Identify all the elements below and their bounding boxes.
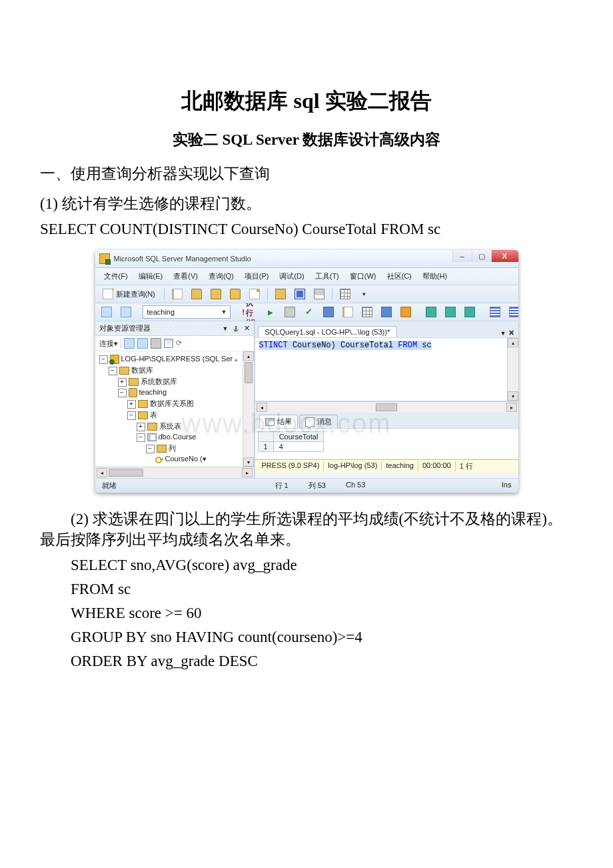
- db-icon: [191, 289, 202, 299]
- tree-tables[interactable]: 表: [150, 411, 157, 419]
- close-button[interactable]: X: [491, 250, 518, 262]
- database-combo[interactable]: teaching ▼: [143, 305, 231, 319]
- editor-hscroll-left[interactable]: ◂: [257, 403, 267, 412]
- tb-btn-indent2[interactable]: [506, 305, 518, 319]
- tb-open-button[interactable]: [272, 287, 289, 301]
- tabrow-close-icon[interactable]: ✕: [508, 329, 514, 337]
- editor-scroll-down[interactable]: ▾: [508, 391, 518, 401]
- app-icon: [99, 253, 110, 264]
- question-2-sql-line2: FROM sc: [40, 581, 573, 598]
- tb-print-button[interactable]: [310, 287, 328, 301]
- tb-btn-a[interactable]: [320, 305, 337, 319]
- execute-button[interactable]: 执行(X): [239, 305, 260, 319]
- window-title: Microsoft SQL Server Management Studio: [114, 255, 251, 263]
- conn-icon-2[interactable]: [137, 338, 148, 349]
- tree-scroll-thumb[interactable]: [245, 362, 253, 383]
- tb-overflow[interactable]: ▾: [356, 287, 373, 301]
- panel-close-icon[interactable]: ✕: [244, 324, 250, 333]
- tree-horizontal-scrollbar[interactable]: ◂ ▸: [95, 467, 254, 478]
- tb-db1-button[interactable]: [188, 287, 205, 301]
- folder-icon: [275, 289, 286, 299]
- tb-db3-button[interactable]: [227, 287, 244, 301]
- chevron-down-icon: ▼: [221, 309, 227, 315]
- tree-databases[interactable]: 数据库: [131, 366, 153, 374]
- new-query-button[interactable]: 新建查询(N): [98, 287, 160, 301]
- stop-button[interactable]: [281, 305, 299, 319]
- editor-hscroll-right[interactable]: ▸: [506, 403, 517, 412]
- page-icon: [342, 307, 353, 317]
- grid-icon: [362, 307, 372, 317]
- conn-icon-3[interactable]: [151, 338, 161, 349]
- object-explorer-tree[interactable]: −LOG-HP\SQLEXPRESS (SQL Ser ▴ −数据库 +系统数据…: [95, 351, 254, 467]
- tb-save-button[interactable]: [291, 287, 308, 301]
- editor-hscroll-thumb[interactable]: [376, 403, 397, 411]
- menu-edit[interactable]: 编辑(E): [134, 270, 168, 283]
- tree-courseno[interactable]: CourseNo (▾: [165, 455, 207, 463]
- editor-horizontal-scrollbar[interactable]: ◂ ▸: [255, 401, 518, 413]
- results-grid[interactable]: CourseTotal 1 4: [255, 429, 518, 459]
- tb-btn-indent1[interactable]: [486, 305, 504, 319]
- tb-btn-f[interactable]: [422, 305, 440, 319]
- menu-file[interactable]: 文件(F): [99, 270, 133, 283]
- tree-server[interactable]: LOG-HP\SQLEXPRESS (SQL Ser: [121, 355, 233, 363]
- window-titlebar[interactable]: Microsoft SQL Server Management Studio –…: [95, 250, 518, 268]
- tb-db2-button[interactable]: [207, 287, 225, 301]
- parse-button[interactable]: ✓: [301, 305, 318, 319]
- tree-hscroll-thumb[interactable]: [109, 469, 143, 477]
- tree-columns[interactable]: 列: [169, 444, 176, 452]
- menu-community[interactable]: 社区(C): [382, 270, 416, 283]
- tree-sys-tables[interactable]: 系统表: [159, 422, 181, 430]
- editor-panel: SQLQuery1.sql - LOG-HP\...\log (53))* ▼ …: [255, 321, 518, 478]
- tree-scroll-down[interactable]: ▾: [243, 457, 254, 467]
- doc2-icon: [249, 289, 260, 299]
- tb-btn-d[interactable]: [378, 305, 395, 319]
- conn-icon-1[interactable]: [124, 338, 135, 349]
- menu-project[interactable]: 项目(P): [240, 270, 274, 283]
- tabrow-dropdown-icon[interactable]: ▼: [500, 330, 506, 337]
- editor-scroll-up[interactable]: ▴: [508, 338, 518, 347]
- tree-dbo-course[interactable]: dbo.Course: [159, 433, 197, 441]
- refresh-icon[interactable]: ⟳: [176, 339, 185, 348]
- tb-grid-button[interactable]: [336, 287, 354, 301]
- tab-results[interactable]: 结果: [259, 415, 298, 428]
- menu-window[interactable]: 窗口(W): [345, 270, 381, 283]
- menu-tools[interactable]: 工具(T): [310, 270, 344, 283]
- tree-hscroll-right[interactable]: ▸: [242, 468, 253, 477]
- connect-dropdown[interactable]: 连接▾: [99, 339, 118, 349]
- results-cell-value[interactable]: 4: [273, 442, 324, 452]
- tree-sys-db[interactable]: 系统数据库: [141, 377, 177, 385]
- results-col-header[interactable]: CourseTotal: [273, 432, 324, 442]
- doc-subtitle: 实验二 SQL Server 数据库设计高级内容: [40, 129, 573, 150]
- results-row-header[interactable]: 1: [258, 442, 273, 452]
- menu-view[interactable]: 查看(V): [169, 270, 203, 283]
- minimize-button[interactable]: –: [452, 250, 472, 262]
- tree-db-diagram[interactable]: 数据库关系图: [150, 399, 194, 407]
- tb-btn-h[interactable]: [461, 305, 478, 319]
- maximize-button[interactable]: ▢: [472, 250, 491, 262]
- new-query-icon: [103, 289, 113, 299]
- tree-hscroll-left[interactable]: ◂: [97, 468, 107, 477]
- menu-query[interactable]: 查询(Q): [204, 270, 239, 283]
- tb-btn-g[interactable]: [442, 305, 459, 319]
- tb-doc2-button[interactable]: [246, 287, 263, 301]
- tree-scroll-up[interactable]: ▴: [243, 351, 254, 361]
- editor-vertical-scrollbar[interactable]: ▴ ▾: [507, 338, 518, 401]
- debug-play-button[interactable]: ▶: [262, 305, 279, 319]
- tb-btn-e[interactable]: [397, 305, 414, 319]
- tab-messages-label: 消息: [317, 417, 332, 427]
- tb-change-connect-button[interactable]: [117, 305, 135, 319]
- editor-file-tab[interactable]: SQLQuery1.sql - LOG-HP\...\log (53))*: [258, 326, 398, 337]
- results-icon: [265, 418, 275, 426]
- menu-debug[interactable]: 调试(D): [275, 270, 308, 283]
- menu-help[interactable]: 帮助(H): [418, 270, 452, 283]
- panel-dropdown-icon[interactable]: ▼: [223, 325, 229, 332]
- tb-connect-button[interactable]: [98, 305, 115, 319]
- filter-icon[interactable]: [164, 339, 173, 348]
- tab-messages[interactable]: 消息: [299, 415, 338, 428]
- tb-btn-b[interactable]: [339, 305, 356, 319]
- code-editor[interactable]: STINCT CourseNo) CourseTotal FROM sc: [255, 338, 518, 401]
- tb-doc-button[interactable]: [169, 287, 186, 301]
- tb-btn-c[interactable]: [358, 305, 376, 319]
- tree-teaching[interactable]: teaching: [139, 388, 167, 396]
- panel-pin-icon[interactable]: ⫝̸: [233, 325, 240, 333]
